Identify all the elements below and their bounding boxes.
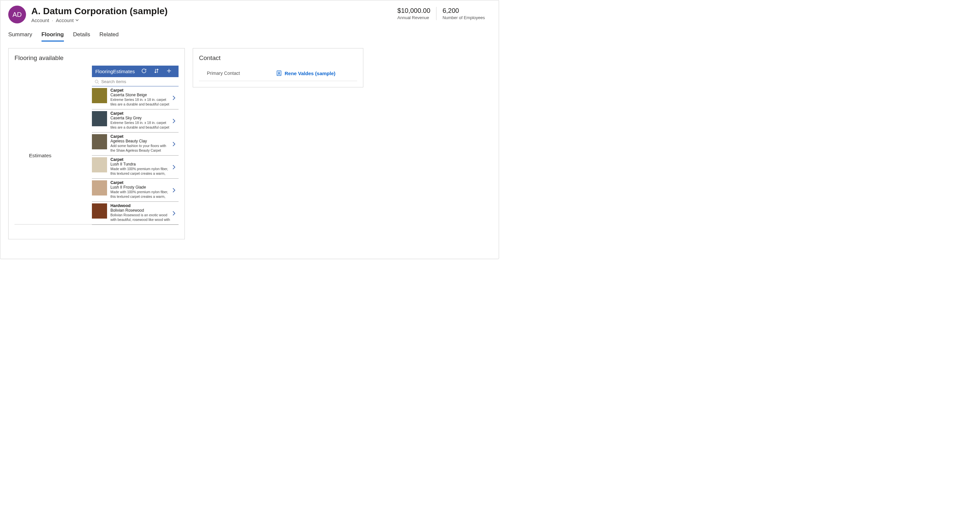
swatch [92,180,107,195]
swatch [92,134,107,149]
page-header: AD A. Datum Corporation (sample) Account… [0,0,499,26]
primary-contact-label: Primary Contact [207,70,276,76]
search-icon [95,80,99,84]
item-text: Carpet Caserta Stone Beige Extreme Serie… [110,88,171,107]
primary-contact-link[interactable]: Rene Valdes (sample) [276,70,335,76]
item-open[interactable] [171,134,177,153]
chevron-right-icon [172,142,176,146]
estimates-field-label: Estimates [14,65,92,225]
svg-rect-1 [277,71,281,75]
item-name: Caserta Sky Grey [110,116,171,120]
header-stats: $10,000.00 Annual Revenue 6,200 Number o… [391,6,491,20]
item-text: Carpet Ageless Beauty Clay Add some fash… [110,134,171,153]
list-item[interactable]: Carpet Ageless Beauty Clay Add some fash… [92,133,178,156]
contact-card: Contact Primary Contact Rene Valdes (sam… [193,48,363,87]
form-selector[interactable]: Account [56,18,79,23]
stat-annual-revenue: $10,000.00 Annual Revenue [391,7,436,20]
avatar-initials: AD [13,11,22,18]
tab-summary[interactable]: Summary [8,31,32,42]
chevron-right-icon [172,96,176,100]
tab-details[interactable]: Details [73,31,90,42]
primary-contact-name: Rene Valdes (sample) [285,70,335,76]
stat-value: $10,000.00 [397,7,430,14]
stat-label: Annual Revenue [397,15,430,20]
avatar: AD [8,6,26,23]
tab-bar: Summary Flooring Details Related [0,26,499,42]
chevron-right-icon [172,119,176,123]
refresh-icon [141,68,146,73]
primary-contact-row: Primary Contact Rene Valdes (sample) [199,65,357,81]
swatch [92,88,107,103]
item-open[interactable] [171,180,177,200]
item-description: Made with 100% premium nylon fiber, this… [110,190,171,199]
svg-point-2 [278,72,280,73]
add-button[interactable] [163,68,175,75]
gallery-header: FlooringEstimates [92,65,178,77]
item-name: Lush II Frosty Glade [110,185,171,190]
item-open[interactable] [171,157,177,177]
tab-related[interactable]: Related [99,31,119,42]
item-name: Caserta Stone Beige [110,93,171,97]
item-category: Carpet [110,88,171,93]
stat-employees: 6,200 Number of Employees [436,7,491,20]
item-category: Carpet [110,157,171,162]
list-item[interactable]: Carpet Caserta Sky Grey Extreme Series 1… [92,109,178,133]
item-description: Extreme Series 18 in. x 18 in. carpet ti… [110,121,171,130]
subtitle-row: Account · Account [31,18,391,23]
content-area: Flooring available Estimates FlooringEst… [0,42,499,246]
chevron-right-icon [172,211,176,216]
item-description: Made with 100% premium nylon fiber, this… [110,167,171,176]
swatch [92,111,107,126]
chevron-down-icon [75,18,79,22]
item-name: Lush II Tundra [110,162,171,166]
item-open[interactable] [171,203,177,223]
gallery-list: Carpet Caserta Stone Beige Extreme Serie… [92,86,178,225]
stat-value: 6,200 [442,7,485,14]
contact-icon [276,70,282,76]
item-description: Add some fashion to your floors with the… [110,144,171,153]
item-category: Carpet [110,134,171,139]
item-name: Ageless Beauty Clay [110,139,171,144]
list-item[interactable]: Hardwood Bolivian Rosewood Bolivian Rose… [92,202,178,225]
gallery-header-title: FlooringEstimates [95,69,138,74]
search-input[interactable] [101,79,176,84]
item-text: Carpet Lush II Tundra Made with 100% pre… [110,157,171,177]
item-name: Bolivian Rosewood [110,208,171,212]
item-open[interactable] [171,111,177,131]
item-description: Bolivian Rosewood is an exotic wood with… [110,213,171,222]
svg-point-0 [95,80,98,83]
tab-flooring[interactable]: Flooring [41,31,64,42]
flooring-body: Estimates FlooringEstimates [14,65,178,225]
flooring-card-title: Flooring available [14,54,178,62]
plus-icon [166,68,172,73]
item-category: Hardwood [110,203,171,208]
separator-dot: · [52,18,53,23]
flooring-gallery: FlooringEstimates [92,65,178,225]
divider [14,224,178,225]
item-category: Carpet [110,111,171,116]
item-text: Carpet Caserta Sky Grey Extreme Series 1… [110,111,171,131]
form-name: Account [56,18,73,23]
entity-label: Account [31,18,49,23]
list-item[interactable]: Carpet Lush II Frosty Glade Made with 10… [92,179,178,202]
item-text: Hardwood Bolivian Rosewood Bolivian Rose… [110,203,171,223]
page-title: A. Datum Corporation (sample) [31,6,391,17]
flooring-card: Flooring available Estimates FlooringEst… [8,48,185,240]
item-category: Carpet [110,180,171,185]
chevron-right-icon [172,165,176,169]
item-description: Extreme Series 18 in. x 18 in. carpet ti… [110,97,171,107]
sort-icon [154,68,159,73]
item-text: Carpet Lush II Frosty Glade Made with 10… [110,180,171,200]
record-page: AD A. Datum Corporation (sample) Account… [0,0,499,259]
swatch [92,203,107,219]
header-main: A. Datum Corporation (sample) Account · … [31,6,391,23]
list-item[interactable]: Carpet Lush II Tundra Made with 100% pre… [92,156,178,179]
search-row[interactable] [92,77,178,86]
contact-card-title: Contact [199,54,357,62]
list-item[interactable]: Carpet Caserta Stone Beige Extreme Serie… [92,86,178,109]
sort-button[interactable] [150,68,163,75]
chevron-right-icon [172,188,176,193]
item-open[interactable] [171,88,177,107]
swatch [92,157,107,172]
refresh-button[interactable] [138,68,150,75]
